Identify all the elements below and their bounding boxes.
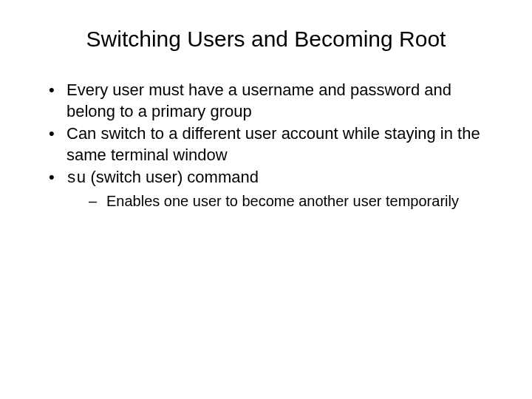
bullet-text: Can switch to a different user account w… — [66, 124, 480, 164]
bullet-item: Every user must have a username and pass… — [47, 80, 502, 122]
bullet-item: su (switch user) command Enables one use… — [47, 167, 502, 211]
slide-title: Switching Users and Becoming Root — [30, 27, 502, 52]
slide: Switching Users and Becoming Root Every … — [0, 0, 532, 399]
sub-bullet-list: Enables one user to become another user … — [66, 191, 502, 211]
slide-content: Every user must have a username and pass… — [30, 80, 502, 211]
sub-bullet-text: Enables one user to become another user … — [106, 193, 459, 209]
bullet-text: (switch user) command — [86, 168, 259, 186]
sub-bullet-item: Enables one user to become another user … — [89, 191, 502, 211]
bullet-list: Every user must have a username and pass… — [37, 80, 502, 211]
code-text: su — [66, 169, 86, 188]
bullet-text: Every user must have a username and pass… — [66, 81, 451, 120]
bullet-item: Can switch to a different user account w… — [47, 123, 502, 166]
